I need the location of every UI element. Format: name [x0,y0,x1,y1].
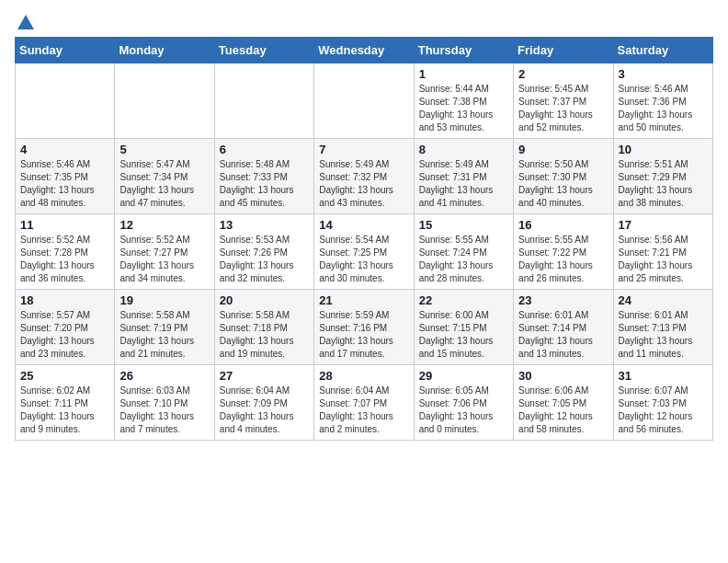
header-monday: Monday [115,38,214,63]
day-info: Sunrise: 6:01 AM Sunset: 7:13 PM Dayligh… [619,309,708,361]
calendar-cell: 1Sunrise: 5:44 AM Sunset: 7:38 PM Daylig… [414,63,513,139]
calendar-cell [214,63,313,139]
calendar-cell: 12Sunrise: 5:52 AM Sunset: 7:27 PM Dayli… [115,214,214,290]
calendar-cell: 19Sunrise: 5:58 AM Sunset: 7:19 PM Dayli… [115,290,214,365]
calendar-cell: 24Sunrise: 6:01 AM Sunset: 7:13 PM Dayli… [613,290,712,365]
calendar-cell: 15Sunrise: 5:55 AM Sunset: 7:24 PM Dayli… [414,214,513,290]
calendar-header-row: SundayMondayTuesdayWednesdayThursdayFrid… [16,38,713,63]
day-number: 12 [119,218,209,232]
day-info: Sunrise: 5:59 AM Sunset: 7:16 PM Dayligh… [319,309,408,361]
calendar-cell: 23Sunrise: 6:01 AM Sunset: 7:14 PM Dayli… [514,290,613,365]
day-info: Sunrise: 5:56 AM Sunset: 7:21 PM Dayligh… [619,234,708,285]
calendar-cell: 27Sunrise: 6:04 AM Sunset: 7:09 PM Dayli… [214,365,313,441]
calendar-cell: 3Sunrise: 5:46 AM Sunset: 7:36 PM Daylig… [613,63,712,139]
day-number: 19 [119,293,209,307]
day-number: 5 [119,143,209,156]
logo [15,15,34,28]
week-row-2: 4Sunrise: 5:46 AM Sunset: 7:35 PM Daylig… [16,139,713,214]
logo-triangle-icon [17,15,34,29]
calendar-cell: 31Sunrise: 6:07 AM Sunset: 7:03 PM Dayli… [613,365,712,441]
day-number: 20 [220,293,309,307]
header-wednesday: Wednesday [314,38,414,63]
day-info: Sunrise: 5:45 AM Sunset: 7:37 PM Dayligh… [518,83,608,134]
calendar-cell: 28Sunrise: 6:04 AM Sunset: 7:07 PM Dayli… [314,365,414,441]
day-number: 21 [319,293,408,307]
day-number: 4 [20,143,109,156]
day-info: Sunrise: 6:03 AM Sunset: 7:10 PM Dayligh… [119,385,209,436]
day-number: 31 [619,369,708,383]
calendar-cell: 9Sunrise: 5:50 AM Sunset: 7:30 PM Daylig… [514,139,613,214]
week-row-4: 18Sunrise: 5:57 AM Sunset: 7:20 PM Dayli… [16,290,713,365]
day-number: 9 [518,143,608,156]
calendar-cell: 8Sunrise: 5:49 AM Sunset: 7:31 PM Daylig… [414,139,513,214]
day-info: Sunrise: 5:46 AM Sunset: 7:36 PM Dayligh… [619,83,708,134]
calendar-cell [16,63,115,139]
day-number: 29 [419,369,508,383]
day-number: 6 [220,143,309,156]
day-info: Sunrise: 5:48 AM Sunset: 7:33 PM Dayligh… [220,158,309,210]
header-sunday: Sunday [16,38,115,63]
day-info: Sunrise: 5:52 AM Sunset: 7:28 PM Dayligh… [20,234,109,285]
day-info: Sunrise: 5:55 AM Sunset: 7:22 PM Dayligh… [518,234,608,285]
day-info: Sunrise: 6:01 AM Sunset: 7:14 PM Dayligh… [518,309,608,361]
day-info: Sunrise: 5:44 AM Sunset: 7:38 PM Dayligh… [419,83,508,134]
day-number: 1 [419,67,508,81]
day-number: 11 [20,218,109,232]
day-number: 25 [20,369,109,383]
calendar-cell: 5Sunrise: 5:47 AM Sunset: 7:34 PM Daylig… [115,139,214,214]
day-number: 16 [518,218,608,232]
calendar-cell [115,63,214,139]
day-info: Sunrise: 5:58 AM Sunset: 7:19 PM Dayligh… [119,309,209,361]
calendar-cell: 25Sunrise: 6:02 AM Sunset: 7:11 PM Dayli… [16,365,115,441]
calendar-cell: 10Sunrise: 5:51 AM Sunset: 7:29 PM Dayli… [613,139,712,214]
day-info: Sunrise: 5:55 AM Sunset: 7:24 PM Dayligh… [419,234,508,285]
day-number: 26 [119,369,209,383]
day-number: 15 [419,218,508,232]
day-number: 23 [518,293,608,307]
calendar-cell: 20Sunrise: 5:58 AM Sunset: 7:18 PM Dayli… [214,290,313,365]
day-info: Sunrise: 6:07 AM Sunset: 7:03 PM Dayligh… [619,385,708,436]
day-number: 18 [20,293,109,307]
week-row-3: 11Sunrise: 5:52 AM Sunset: 7:28 PM Dayli… [16,214,713,290]
calendar-cell: 18Sunrise: 5:57 AM Sunset: 7:20 PM Dayli… [16,290,115,365]
day-info: Sunrise: 5:53 AM Sunset: 7:26 PM Dayligh… [220,234,309,285]
day-number: 17 [619,218,708,232]
day-info: Sunrise: 6:02 AM Sunset: 7:11 PM Dayligh… [20,385,109,436]
day-info: Sunrise: 5:50 AM Sunset: 7:30 PM Dayligh… [518,158,608,210]
calendar-cell: 21Sunrise: 5:59 AM Sunset: 7:16 PM Dayli… [314,290,414,365]
calendar-cell: 6Sunrise: 5:48 AM Sunset: 7:33 PM Daylig… [214,139,313,214]
day-number: 30 [518,369,608,383]
calendar-cell: 14Sunrise: 5:54 AM Sunset: 7:25 PM Dayli… [314,214,414,290]
calendar-cell: 17Sunrise: 5:56 AM Sunset: 7:21 PM Dayli… [613,214,712,290]
day-info: Sunrise: 6:04 AM Sunset: 7:09 PM Dayligh… [220,385,309,436]
day-info: Sunrise: 6:06 AM Sunset: 7:05 PM Dayligh… [518,385,608,436]
day-info: Sunrise: 5:58 AM Sunset: 7:18 PM Dayligh… [220,309,309,361]
day-number: 14 [319,218,408,232]
day-info: Sunrise: 5:52 AM Sunset: 7:27 PM Dayligh… [119,234,209,285]
calendar-table: SundayMondayTuesdayWednesdayThursdayFrid… [15,37,713,441]
day-info: Sunrise: 6:00 AM Sunset: 7:15 PM Dayligh… [419,309,508,361]
day-info: Sunrise: 5:46 AM Sunset: 7:35 PM Dayligh… [20,158,109,210]
day-info: Sunrise: 6:05 AM Sunset: 7:06 PM Dayligh… [419,385,508,436]
header-friday: Friday [514,38,613,63]
day-number: 28 [319,369,408,383]
calendar-cell: 2Sunrise: 5:45 AM Sunset: 7:37 PM Daylig… [514,63,613,139]
day-info: Sunrise: 5:54 AM Sunset: 7:25 PM Dayligh… [319,234,408,285]
calendar-cell: 30Sunrise: 6:06 AM Sunset: 7:05 PM Dayli… [514,365,613,441]
day-number: 10 [619,143,708,156]
day-number: 8 [419,143,508,156]
day-info: Sunrise: 5:47 AM Sunset: 7:34 PM Dayligh… [119,158,209,210]
day-number: 2 [518,67,608,81]
day-info: Sunrise: 5:51 AM Sunset: 7:29 PM Dayligh… [619,158,708,210]
day-info: Sunrise: 6:04 AM Sunset: 7:07 PM Dayligh… [319,385,408,436]
week-row-1: 1Sunrise: 5:44 AM Sunset: 7:38 PM Daylig… [16,63,713,139]
day-number: 7 [319,143,408,156]
calendar-cell: 4Sunrise: 5:46 AM Sunset: 7:35 PM Daylig… [16,139,115,214]
calendar-cell: 13Sunrise: 5:53 AM Sunset: 7:26 PM Dayli… [214,214,313,290]
day-info: Sunrise: 5:49 AM Sunset: 7:32 PM Dayligh… [319,158,408,210]
day-number: 22 [419,293,508,307]
day-number: 27 [220,369,309,383]
header-saturday: Saturday [613,38,712,63]
header [15,15,713,28]
calendar-cell [314,63,414,139]
